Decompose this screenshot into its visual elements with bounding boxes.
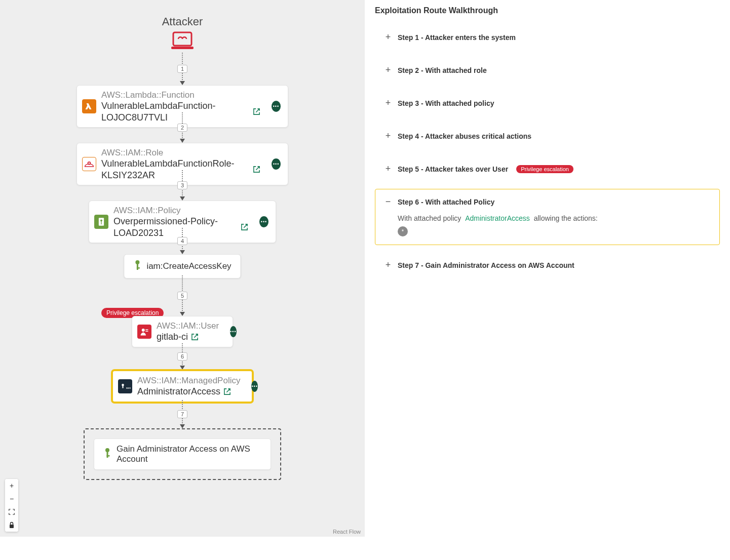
attacker-label: Attacker [162, 15, 203, 28]
step-2-title: Step 2 - With attached role [398, 66, 487, 74]
diagram-canvas[interactable]: Attacker 1 AWS::Lambda::Function Vulnera… [0, 0, 365, 537]
node-name: VulnerableLambdaFunction-LOJOC8U7TVLI [101, 100, 250, 123]
plus-icon: + [385, 32, 392, 43]
fit-view-button[interactable] [5, 505, 18, 518]
goal-node[interactable]: Gain Administrator Access on AWS Account [84, 428, 281, 480]
walkthrough-title: Exploitation Route Walkthrough [375, 6, 720, 15]
node-iam-user[interactable]: AWS::IAM::User gitlab-ci [132, 316, 233, 347]
step-4: + Step 4 - Attacker abuses critical acti… [375, 123, 720, 149]
external-link-icon[interactable] [253, 166, 260, 173]
node-more-button[interactable] [251, 381, 257, 392]
svg-rect-14 [122, 385, 123, 388]
node-name: VulnerableLambdaFunctionRole-KLSIY232AR [101, 158, 250, 181]
flow-container: Attacker 1 AWS::Lambda::Function Vulnera… [0, 0, 365, 537]
policy-link[interactable]: AdministratorAccess [465, 214, 530, 222]
step-5-title: Step 5 - Attacker takes over User [398, 165, 508, 173]
svg-text:aws: aws [126, 386, 131, 389]
step-6-body-prefix: With attached policy [398, 214, 461, 222]
edge-5-label: 5 [177, 292, 187, 300]
edge-3-label: 3 [177, 181, 187, 189]
svg-rect-7 [137, 264, 138, 270]
edge-4-label: 4 [177, 237, 187, 245]
node-name: iam:CreateAccessKey [146, 261, 231, 271]
edge-7-label: 7 [177, 410, 187, 418]
node-type: AWS::IAM::ManagedPolicy [137, 375, 240, 386]
step-3-title: Step 3 - With attached policy [398, 99, 494, 107]
svg-rect-8 [137, 267, 140, 269]
node-managed-policy[interactable]: aws AWS::IAM::ManagedPolicy Administrato… [111, 370, 253, 403]
node-more-button[interactable] [272, 101, 281, 112]
edge-4-arrow [180, 250, 185, 254]
step-6-title: Step 6 - With attached Policy [398, 198, 494, 206]
step-6-body: With attached policy AdministratorAccess… [375, 214, 719, 236]
svg-point-6 [135, 260, 139, 264]
svg-point-9 [142, 329, 145, 332]
user-icon [137, 325, 151, 339]
zoom-in-button[interactable]: + [5, 479, 18, 492]
key-icon [133, 260, 141, 273]
node-name: AdministratorAccess [137, 386, 220, 397]
external-link-icon[interactable] [223, 388, 231, 395]
edge-6-label: 6 [177, 352, 187, 361]
node-type: AWS::IAM::Policy [113, 205, 248, 216]
step-4-title: Step 4 - Attacker abuses critical action… [398, 132, 531, 140]
action-chip[interactable]: * [398, 226, 408, 236]
edge-1-label: 1 [177, 65, 187, 73]
step-3-header[interactable]: + Step 3 - With attached policy [375, 91, 719, 115]
step-5: + Step 5 - Attacker takes over User Priv… [375, 156, 720, 182]
svg-rect-11 [145, 331, 148, 332]
external-link-icon[interactable] [191, 333, 199, 341]
attacker-icon [170, 31, 195, 51]
step-3: + Step 3 - With attached policy [375, 90, 720, 116]
step-7: + Step 7 - Gain Administrator Access on … [375, 252, 720, 278]
svg-rect-1 [171, 47, 194, 49]
step-7-title: Step 7 - Gain Administrator Access on AW… [398, 261, 574, 269]
plus-icon: + [385, 131, 392, 141]
edge-1-arrow [180, 81, 185, 85]
key-icon [103, 448, 111, 461]
minus-icon: − [385, 196, 392, 207]
step-2-header[interactable]: + Step 2 - With attached role [375, 58, 719, 83]
external-link-icon[interactable] [241, 223, 248, 231]
svg-rect-5 [101, 221, 101, 224]
edge-2-arrow [180, 139, 185, 143]
goal-text: Gain Administrator Access on AWS Account [117, 444, 261, 464]
node-more-button[interactable] [230, 326, 236, 337]
edge-2-label: 2 [177, 124, 187, 132]
node-more-button[interactable] [272, 158, 281, 170]
node-action[interactable]: iam:CreateAccessKey [124, 254, 241, 278]
node-type: AWS::IAM::Role [101, 147, 260, 158]
node-more-button[interactable] [259, 216, 268, 227]
svg-rect-17 [107, 452, 108, 458]
step-2: + Step 2 - With attached role [375, 57, 720, 83]
edge-3-arrow [180, 196, 185, 201]
step-1-header[interactable]: + Step 1 - Attacker enters the system [375, 25, 719, 50]
node-name: Overpermissioned-Policy-LOAD20231 [113, 216, 238, 238]
edge-6-arrow [180, 366, 185, 370]
step-5-header[interactable]: + Step 5 - Attacker takes over User Priv… [375, 156, 719, 181]
node-type: AWS::Lambda::Function [101, 90, 260, 100]
svg-rect-10 [145, 329, 148, 330]
step-7-header[interactable]: + Step 7 - Gain Administrator Access on … [375, 253, 719, 277]
svg-point-16 [105, 448, 109, 452]
flow-controls: + − [5, 479, 18, 532]
lambda-icon [82, 99, 96, 113]
svg-rect-18 [107, 455, 110, 457]
plus-icon: + [385, 260, 392, 270]
step-6-header[interactable]: − Step 6 - With attached Policy [375, 189, 719, 214]
lock-button[interactable] [5, 518, 18, 532]
privilege-escalation-badge: Privilege escalation [516, 165, 573, 173]
step-1-title: Step 1 - Attacker enters the system [398, 33, 516, 42]
step-4-header[interactable]: + Step 4 - Attacker abuses critical acti… [375, 124, 719, 148]
attribution-label: React Flow [333, 529, 361, 535]
step-1: + Step 1 - Attacker enters the system [375, 24, 720, 50]
edge-7-arrow [180, 424, 185, 428]
walkthrough-panel: Exploitation Route Walkthrough + Step 1 … [365, 0, 730, 560]
plus-icon: + [385, 164, 392, 174]
step-6-body-suffix: allowing the actions: [534, 214, 598, 222]
policy-icon [94, 215, 108, 229]
external-link-icon[interactable] [253, 108, 260, 115]
plus-icon: + [385, 65, 392, 75]
zoom-out-button[interactable]: − [5, 492, 18, 505]
svg-point-2 [88, 162, 91, 165]
